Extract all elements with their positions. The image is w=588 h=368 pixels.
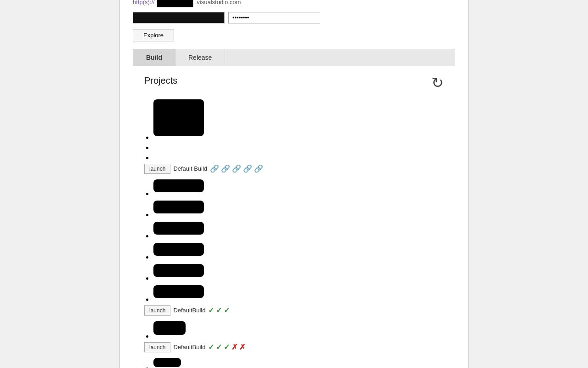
domain-prefix: http(s)://	[133, 0, 155, 6]
status-icon-link-2: 🔗	[221, 164, 230, 173]
project-list-1	[144, 98, 444, 162]
status-icon-link-5: 🔗	[254, 164, 263, 173]
status-icon-mixed-1: ✓	[208, 343, 214, 351]
project-action-row-3: launch DefaultBuild ✓ ✓ ✓ ✗ ✗	[144, 342, 444, 352]
project-block-2d	[153, 243, 204, 256]
project-action-row-1: launch Default Build 🔗 🔗 🔗 🔗 🔗	[144, 164, 444, 174]
explore-button[interactable]: Explore	[133, 29, 174, 41]
project-item-1b	[153, 144, 444, 152]
project-list-2	[144, 178, 444, 304]
tabs-bar: Build Release	[133, 49, 455, 66]
tab-release[interactable]: Release	[175, 49, 225, 66]
project-block-2a	[153, 179, 204, 192]
project-block-2f	[153, 285, 204, 298]
status-icon-check-1: ✓	[208, 306, 214, 315]
status-icon-link-1: 🔗	[210, 164, 219, 173]
status-icon-mixed-2: ✓	[216, 343, 222, 351]
status-icon-mixed-3: ✓	[224, 343, 230, 351]
project-item-1c	[153, 154, 444, 162]
status-icon-mixed-5: ✗	[239, 343, 245, 351]
status-icon-link-3: 🔗	[232, 164, 241, 173]
project-block-3	[153, 321, 186, 335]
project-list-3	[144, 320, 444, 340]
projects-title: Projects	[144, 75, 177, 86]
project-block-2b	[153, 201, 204, 213]
main-container: Domain VSTS http(s):// .visualstudio.com…	[119, 0, 469, 368]
project-list-4	[144, 357, 444, 368]
content-panel: Projects ↻ launch Default Build 🔗 🔗 🔗 🔗 …	[133, 66, 455, 368]
project-item-2b	[153, 200, 444, 219]
project-block-1	[153, 99, 204, 136]
project-action-row-2: launch DefaultBuild ✓ ✓ ✓	[144, 305, 444, 316]
domain-input[interactable]	[157, 0, 193, 7]
projects-header: Projects ↻	[144, 75, 444, 90]
project-block-4	[153, 358, 181, 367]
credentials-row	[133, 12, 455, 23]
status-icons-1: 🔗 🔗 🔗 🔗 🔗	[210, 164, 263, 173]
project-item-2d	[153, 242, 444, 261]
launch-button-2[interactable]: launch	[144, 305, 170, 316]
project-item-4	[153, 357, 444, 368]
project-item-2e	[153, 263, 444, 282]
build-label-1: Default Build	[173, 165, 207, 172]
build-label-2: DefaultBuild	[173, 307, 205, 314]
domain-row: http(s):// .visualstudio.com	[133, 0, 455, 7]
project-block-2e	[153, 264, 204, 277]
launch-button-3[interactable]: launch	[144, 342, 170, 352]
project-item-2	[153, 178, 444, 198]
refresh-icon[interactable]: ↻	[431, 75, 444, 90]
project-item-2f	[153, 284, 444, 304]
status-icons-2: ✓ ✓ ✓	[208, 306, 230, 315]
launch-button-1[interactable]: launch	[144, 164, 170, 174]
password-input[interactable]	[228, 12, 320, 23]
status-icons-3: ✓ ✓ ✓ ✗ ✗	[208, 343, 245, 351]
status-icon-check-2: ✓	[216, 306, 222, 315]
username-input[interactable]	[133, 12, 225, 23]
status-icon-mixed-4: ✗	[232, 343, 237, 351]
project-item-1	[153, 98, 444, 142]
status-icon-link-4: 🔗	[243, 164, 252, 173]
build-label-3: DefaultBuild	[173, 344, 205, 351]
project-item-3	[153, 320, 444, 340]
project-block-2c	[153, 222, 204, 235]
project-item-2c	[153, 221, 444, 240]
domain-suffix: .visualstudio.com	[195, 0, 241, 6]
status-icon-check-3: ✓	[224, 306, 230, 315]
tab-build[interactable]: Build	[133, 49, 175, 66]
